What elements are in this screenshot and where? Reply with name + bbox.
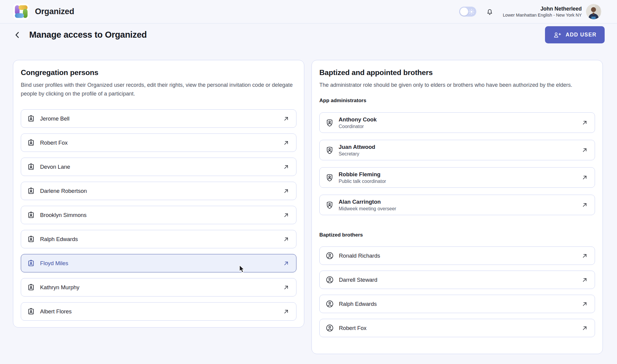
person-row[interactable]: Kathryn Murphy bbox=[21, 278, 296, 297]
person-circle-icon bbox=[326, 324, 334, 332]
arrow-up-right-icon bbox=[581, 301, 588, 307]
bell-icon bbox=[486, 8, 494, 16]
administrator-role: Public talk coordinator bbox=[339, 178, 386, 184]
baptized-brothers-panel: Baptized and appointed brothers The admi… bbox=[312, 60, 603, 354]
baptized-brother-name: Robert Fox bbox=[339, 325, 367, 331]
baptized-brother-row[interactable]: Ronald Richards bbox=[319, 246, 595, 265]
id-badge-icon bbox=[27, 235, 35, 243]
notifications-button[interactable] bbox=[486, 8, 494, 16]
user-avatar[interactable] bbox=[586, 4, 601, 19]
shield-person-icon bbox=[326, 173, 334, 182]
arrow-up-right-icon bbox=[581, 277, 588, 283]
arrow-up-right-icon bbox=[283, 284, 290, 291]
app-logo[interactable] bbox=[13, 4, 29, 20]
user-name: John Netherleed bbox=[503, 5, 582, 12]
user-menu[interactable]: John Netherleed Lower Manhattan English … bbox=[503, 5, 582, 18]
id-badge-icon bbox=[27, 187, 35, 195]
baptized-brothers-title: Baptized and appointed brothers bbox=[319, 68, 595, 77]
arrow-up-right-icon bbox=[581, 202, 588, 208]
person-name: Darlene Robertson bbox=[40, 188, 87, 194]
administrator-name: Alan Carrington bbox=[339, 198, 396, 205]
arrow-up-right-icon bbox=[581, 174, 588, 181]
id-badge-icon bbox=[27, 211, 35, 219]
baptized-brother-name: Darrell Steward bbox=[339, 277, 377, 283]
app-administrators-label: App administrators bbox=[319, 97, 595, 104]
chevron-left-icon bbox=[13, 31, 22, 39]
page-bar: Manage access to Organized ADD USER bbox=[0, 26, 617, 43]
congregation-persons-title: Congregation persons bbox=[21, 68, 296, 77]
person-plus-icon bbox=[553, 31, 561, 39]
id-badge-icon bbox=[27, 139, 35, 147]
add-user-label: ADD USER bbox=[565, 32, 597, 38]
add-user-button[interactable]: ADD USER bbox=[545, 26, 605, 43]
person-row[interactable]: Darlene Robertson bbox=[21, 182, 296, 200]
person-row[interactable]: Brooklyn Simmons bbox=[21, 206, 296, 224]
administrator-role: Midweek meeting overseer bbox=[339, 206, 396, 212]
baptized-brother-name: Ronald Richards bbox=[339, 253, 380, 259]
person-row[interactable]: Ralph Edwards bbox=[21, 230, 296, 248]
person-name: Brooklyn Simmons bbox=[40, 212, 86, 218]
shield-person-icon bbox=[326, 201, 334, 209]
back-button[interactable] bbox=[13, 30, 22, 40]
arrow-up-right-icon bbox=[581, 325, 588, 331]
congregation-persons-panel: Congregation persons Bind user profiles … bbox=[13, 60, 304, 328]
arrow-up-right-icon bbox=[581, 119, 588, 126]
shield-person-icon bbox=[326, 146, 334, 155]
person-row[interactable]: Devon Lane bbox=[21, 158, 296, 176]
arrow-up-right-icon bbox=[581, 147, 588, 153]
administrator-row[interactable]: Juan Attwood Secretary bbox=[319, 140, 595, 160]
person-name: Devon Lane bbox=[40, 164, 70, 170]
person-row[interactable]: Robert Fox bbox=[21, 133, 296, 152]
app-header: Organized John bbox=[0, 0, 617, 24]
baptized-brother-row[interactable]: Robert Fox bbox=[319, 319, 595, 337]
person-name: Albert Flores bbox=[40, 308, 72, 315]
arrow-up-right-icon bbox=[283, 212, 290, 218]
person-name: Ralph Edwards bbox=[40, 236, 78, 243]
administrator-name: Robbie Fleming bbox=[339, 171, 386, 178]
person-name: Kathryn Murphy bbox=[40, 284, 80, 291]
administrator-row[interactable]: Robbie Fleming Public talk coordinator bbox=[319, 167, 595, 188]
person-row[interactable]: Albert Flores bbox=[21, 302, 296, 321]
congregation-persons-description: Bind user profiles with their Organized … bbox=[21, 81, 296, 98]
person-name: Jerome Bell bbox=[40, 115, 70, 122]
id-badge-icon bbox=[27, 308, 35, 315]
id-badge-icon bbox=[27, 163, 35, 171]
shield-person-icon bbox=[326, 118, 334, 127]
page-title: Manage access to Organized bbox=[29, 30, 147, 40]
toggle-knob bbox=[460, 8, 468, 16]
user-congregation: Lower Manhattan English - New York NY bbox=[503, 12, 582, 18]
arrow-up-right-icon bbox=[283, 188, 290, 194]
organized-logo-icon bbox=[13, 4, 29, 20]
arrow-up-right-icon bbox=[283, 308, 290, 315]
baptized-brother-row[interactable]: Darrell Steward bbox=[319, 271, 595, 289]
baptized-brothers-list: Ronald Richards Darrell Steward bbox=[319, 246, 595, 337]
app-title: Organized bbox=[35, 7, 74, 16]
theme-toggle[interactable] bbox=[459, 7, 476, 17]
arrow-up-right-icon bbox=[283, 115, 290, 122]
sun-icon bbox=[468, 8, 475, 15]
arrow-up-right-icon bbox=[581, 253, 588, 259]
id-badge-icon bbox=[27, 259, 35, 267]
person-row[interactable]: Jerome Bell bbox=[21, 109, 296, 128]
administrator-role: Coordinator bbox=[339, 123, 377, 130]
baptized-brother-row[interactable]: Ralph Edwards bbox=[319, 295, 595, 313]
administrator-row[interactable]: Anthony Cook Coordinator bbox=[319, 112, 595, 133]
app-administrators-list: Anthony Cook Coordinator Juan Attwood Se… bbox=[319, 112, 595, 215]
baptized-brothers-label: Baptized brothers bbox=[319, 232, 595, 238]
baptized-brothers-description: The administrator role should be given o… bbox=[319, 81, 595, 89]
person-name: Robert Fox bbox=[40, 140, 68, 146]
administrator-name: Juan Attwood bbox=[339, 143, 375, 150]
person-circle-icon bbox=[326, 276, 334, 284]
id-badge-icon bbox=[27, 284, 35, 291]
administrator-name: Anthony Cook bbox=[339, 116, 377, 123]
person-circle-icon bbox=[326, 300, 334, 308]
administrator-row[interactable]: Alan Carrington Midweek meeting overseer bbox=[319, 195, 595, 215]
id-badge-icon bbox=[27, 115, 35, 123]
arrow-up-right-icon bbox=[283, 260, 290, 267]
person-name: Floyd Miles bbox=[40, 260, 68, 267]
arrow-up-right-icon bbox=[283, 236, 290, 243]
arrow-up-right-icon bbox=[283, 140, 290, 146]
person-row[interactable]: Floyd Miles bbox=[21, 254, 296, 272]
arrow-up-right-icon bbox=[283, 164, 290, 170]
congregation-person-list: Jerome Bell Robert Fox bbox=[21, 109, 296, 321]
